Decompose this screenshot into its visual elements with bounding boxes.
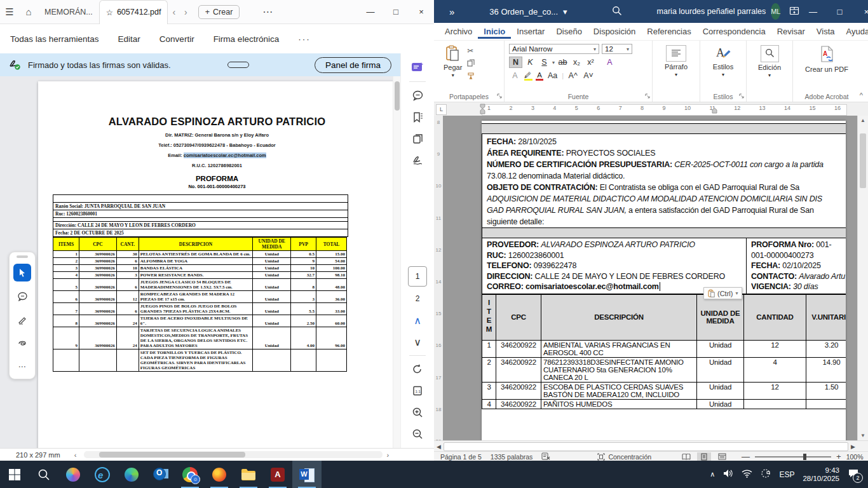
tray-expand-icon[interactable]: ∧ [710, 470, 715, 478]
prev-tab-icon[interactable]: ‹ [168, 7, 180, 17]
word-taskbar-icon[interactable]: W [292, 461, 322, 488]
tab-selector[interactable]: L [436, 104, 447, 115]
collapse-ribbon-icon[interactable]: ^ [860, 92, 863, 99]
font-size-select[interactable]: 12▾ [602, 44, 632, 54]
web-layout-icon[interactable] [715, 452, 729, 461]
crear-pdf-button[interactable]: A Crear un PDF [797, 44, 856, 74]
fuente-dialog-launcher[interactable] [645, 92, 650, 100]
paste-options-button[interactable]: (Ctrl) ▾ [703, 287, 742, 299]
tab-diseno[interactable]: Diseño [550, 24, 587, 39]
clock[interactable]: 9:43 28/10/2025 [803, 466, 839, 483]
tab-insertar[interactable]: Insertar [511, 24, 550, 39]
tab-revisar[interactable]: Revisar [771, 24, 811, 39]
zoom-slider-thumb[interactable] [803, 454, 806, 460]
estilos-button[interactable]: A Estilos ▾ [705, 44, 742, 79]
superscript-button[interactable]: x² [585, 57, 597, 67]
crear-button[interactable]: + Crear [198, 5, 240, 19]
underline-button[interactable]: S [538, 57, 550, 67]
portapapeles-dialog-launcher[interactable] [497, 92, 502, 100]
home-icon[interactable]: ⌂ [19, 6, 38, 17]
signature-panel-icon[interactable] [407, 149, 428, 171]
supplier-info-row[interactable]: PROVEEDOR: ALVARADO ESPINOZA ARTURO PATR… [482, 238, 846, 294]
print-layout-icon[interactable] [697, 452, 711, 461]
tab-pdf-active[interactable]: ☆ 6057412.pdf [99, 0, 168, 24]
word-count[interactable]: 1335 palabras [491, 453, 533, 461]
star-icon[interactable]: ☆ [106, 8, 113, 17]
panel-drag-handle[interactable] [17, 255, 28, 258]
estilos-dialog-launcher[interactable] [739, 92, 744, 100]
page-number-current[interactable]: 1 [408, 266, 427, 287]
start-button[interactable] [0, 461, 29, 488]
format-painter-icon[interactable] [467, 72, 475, 81]
menu-convertir[interactable]: Convertir [159, 34, 194, 44]
page-fit-icon[interactable]: 1:1 [407, 380, 428, 402]
edicion-button[interactable]: Edición ▾ [751, 44, 788, 79]
proofing-icon[interactable] [541, 452, 550, 461]
chrome-icon[interactable]: ☺ [175, 461, 205, 488]
word-hscroll-thumb[interactable] [444, 442, 848, 451]
word-close-button[interactable]: × [853, 7, 868, 17]
word-vscroll-thumb[interactable] [860, 133, 866, 188]
zoom-percent[interactable]: 100% [846, 453, 864, 461]
grow-font-button[interactable]: A^ [567, 71, 579, 81]
panel-de-firma-button[interactable]: Panel de firma [315, 57, 391, 73]
zoom-slider[interactable] [755, 456, 831, 458]
titlebar-overflow-icon[interactable]: ⋯ [262, 6, 273, 18]
clear-formatting-button[interactable]: A [604, 57, 616, 67]
horizontal-ruler[interactable]: L 12345678910111213141516 [434, 102, 868, 117]
paste-dropdown-icon[interactable]: ▾ [452, 72, 454, 78]
meet-now-icon[interactable] [761, 468, 771, 480]
zoom-out-icon[interactable] [407, 423, 428, 445]
tab-inicio[interactable]: Inicio [478, 24, 511, 39]
change-case-button[interactable]: Aa [546, 71, 559, 81]
minimize-button[interactable]: — [358, 7, 383, 17]
select-tool-button[interactable] [13, 264, 31, 281]
file-explorer-icon[interactable] [234, 461, 263, 488]
more-tools-icon[interactable]: ⋯ [13, 358, 31, 376]
zoom-in-icon[interactable] [407, 402, 428, 423]
document-text[interactable]: FECHA: 28/10/2025 ÁREA REQUIRENTE: PROYE… [482, 134, 846, 227]
word-vertical-scrollbar[interactable]: ▲ ▼ [857, 116, 868, 440]
wifi-icon[interactable] [742, 470, 752, 480]
lasso-tool-button[interactable] [13, 334, 31, 352]
scroll-down-icon[interactable]: ▼ [860, 433, 865, 438]
copilot-icon[interactable] [58, 461, 88, 488]
acrobat-taskbar-icon[interactable]: A [263, 461, 292, 488]
tab-vista[interactable]: Vista [811, 24, 841, 39]
page-number-next[interactable]: 2 [416, 294, 420, 303]
scroll-up-icon[interactable]: ▲ [860, 118, 865, 123]
menu-editar[interactable]: Editar [118, 34, 140, 44]
hscroll-right-icon[interactable]: › [386, 451, 389, 459]
account-name[interactable]: maria lourdes peñafiel parrales [657, 7, 766, 16]
strikethrough-button[interactable]: ab [557, 57, 569, 67]
tab-referencias[interactable]: Referencias [641, 24, 696, 39]
next-tab-icon[interactable]: › [180, 7, 192, 17]
paste-button[interactable]: Pegar ▾ [438, 44, 467, 81]
page-down-icon[interactable]: ∨ [407, 331, 428, 353]
word-page[interactable]: FECHA: 28/10/2025 ÁREA REQUIRENTE: PROYE… [482, 121, 846, 440]
tab-memorandum[interactable]: MEMORÁN... [38, 0, 99, 24]
firefox-icon[interactable] [205, 461, 234, 488]
bold-button[interactable]: N [509, 57, 522, 68]
language-indicator[interactable]: ESP [779, 470, 794, 479]
title-dropdown-icon[interactable]: ▾ [563, 7, 567, 17]
highlight-color-button[interactable]: 🖉 [524, 71, 532, 81]
paste-options-dropdown-icon[interactable]: ▾ [735, 290, 738, 296]
parrafo-button[interactable]: Párrafo ▾ [657, 44, 695, 79]
rotate-page-icon[interactable] [407, 358, 428, 380]
hscroll-left-icon[interactable]: ‹ [74, 451, 77, 459]
page-up-icon[interactable]: ∧ [407, 309, 428, 331]
zoom-in-button[interactable]: + [836, 452, 841, 461]
word-maximize-button[interactable]: □ [826, 7, 853, 17]
tab-ayuda[interactable]: Ayuda [840, 24, 868, 39]
volume-icon[interactable] [723, 469, 733, 480]
notification-center-icon[interactable]: 2 [848, 468, 859, 480]
font-name-select[interactable]: Arial Narrow▾ [509, 44, 599, 54]
tab-correspondencia[interactable]: Correspondencia [697, 24, 771, 39]
ai-assistant-icon[interactable] [407, 57, 428, 79]
document-canvas[interactable]: 89101112141516171820 FECHA: 28/10/2025 Á… [434, 116, 868, 440]
comments-panel-icon[interactable] [407, 85, 428, 106]
text-effects-button[interactable]: A [509, 71, 521, 81]
menu-overflow-icon[interactable]: ··· [298, 34, 311, 44]
quick-access-expand-icon[interactable]: » [449, 6, 454, 17]
